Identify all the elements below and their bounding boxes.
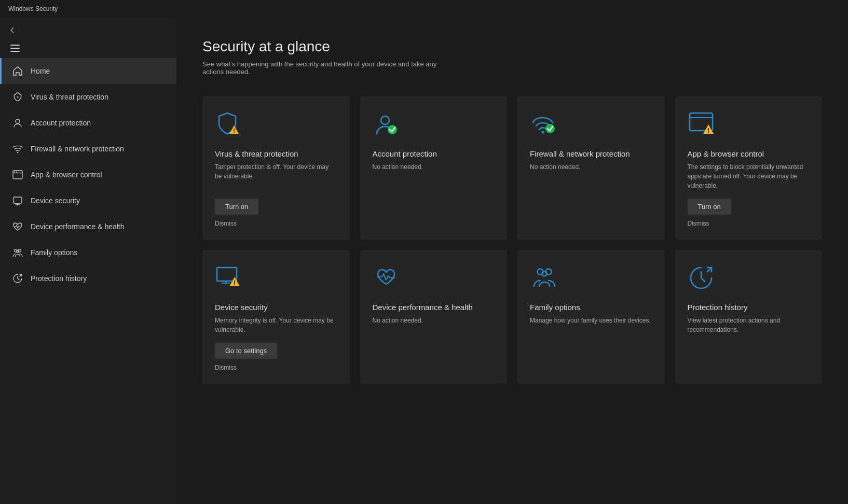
svg-point-8	[14, 172, 15, 173]
svg-point-18	[381, 116, 389, 124]
wifi-icon	[12, 143, 23, 155]
account-card: Account protection No action needed.	[360, 96, 508, 240]
svg-text:!: !	[234, 279, 236, 287]
history-card: Protection history View latest protectio…	[675, 250, 823, 384]
family-card-desc: Manage how your family uses their device…	[530, 316, 652, 371]
sidebar-item-family-label: Family options	[31, 248, 77, 257]
device-security-dismiss-link[interactable]: Dismiss	[215, 364, 337, 371]
menu-button[interactable]	[0, 40, 176, 58]
history-icon	[12, 273, 23, 284]
device-security-card-title: Device security	[215, 303, 337, 312]
virus-dismiss-link[interactable]: Dismiss	[215, 220, 337, 227]
family-icon	[12, 247, 23, 258]
svg-rect-1	[10, 48, 20, 49]
sidebar-item-device-security-label: Device security	[31, 197, 80, 205]
sidebar-item-device-security[interactable]: Device security	[0, 188, 176, 214]
account-card-icon	[373, 111, 402, 140]
page-subtitle: See what's happening with the security a…	[202, 60, 452, 76]
sidebar-item-history-label: Protection history	[31, 274, 87, 283]
family-card-title: Family options	[530, 303, 652, 312]
browser-card-icon: !	[688, 111, 717, 140]
sidebar-item-virus[interactable]: Virus & threat protection	[0, 84, 176, 110]
device-perf-card-icon	[373, 264, 402, 293]
cards-row-1: ! Virus & threat protection Tamper prote…	[202, 96, 822, 240]
device-perf-card: Device performance & health No action ne…	[360, 250, 508, 384]
browser-card: ! App & browser control The settings to …	[675, 96, 823, 240]
account-card-desc: No action needed.	[373, 162, 495, 227]
account-icon	[12, 117, 23, 129]
history-card-desc: View latest protection actions and recom…	[688, 316, 810, 371]
back-button[interactable]	[0, 22, 176, 40]
account-card-title: Account protection	[373, 149, 495, 158]
firewall-card-desc: No action needed.	[530, 162, 652, 227]
history-card-icon	[688, 264, 717, 293]
browser-turn-on-button[interactable]: Turn on	[688, 199, 731, 215]
svg-rect-0	[10, 45, 20, 46]
virus-card: ! Virus & threat protection Tamper prote…	[202, 96, 350, 240]
svg-point-4	[16, 119, 20, 123]
device-security-icon	[12, 195, 23, 206]
home-icon	[12, 65, 23, 77]
svg-point-3	[17, 96, 19, 98]
browser-card-title: App & browser control	[688, 149, 810, 158]
firewall-card: Firewall & network protection No action …	[517, 96, 665, 240]
sidebar-item-device-perf[interactable]: Device performance & health	[0, 214, 176, 240]
sidebar-item-history[interactable]: Protection history	[0, 265, 176, 291]
device-security-card-icon: !	[215, 264, 244, 293]
svg-point-21	[545, 124, 555, 133]
history-card-title: Protection history	[688, 303, 810, 312]
sidebar-item-home-label: Home	[31, 67, 50, 75]
svg-point-20	[542, 131, 544, 134]
sidebar-item-device-perf-label: Device performance & health	[31, 222, 125, 231]
sidebar-item-firewall[interactable]: Firewall & network protection	[0, 136, 176, 162]
sidebar: Home Virus & threat protection Account p…	[0, 18, 176, 504]
sidebar-item-family[interactable]: Family options	[0, 240, 176, 265]
browser-icon	[12, 169, 23, 180]
browser-card-desc: The settings to block potentially unwant…	[688, 162, 810, 190]
device-security-card-desc: Memory integrity is off. Your device may…	[215, 316, 337, 334]
sidebar-item-browser[interactable]: App & browser control	[0, 162, 176, 188]
svg-text:!: !	[233, 128, 235, 134]
virus-turn-on-button[interactable]: Turn on	[215, 199, 258, 215]
virus-card-icon: !	[215, 111, 244, 140]
family-card-icon	[530, 264, 559, 293]
virus-icon	[12, 91, 23, 103]
firewall-card-icon	[530, 111, 559, 140]
svg-point-19	[388, 125, 397, 134]
heart-icon	[12, 221, 23, 232]
svg-point-9	[16, 172, 17, 173]
family-card: Family options Manage how your family us…	[517, 250, 665, 384]
svg-rect-2	[10, 51, 20, 52]
virus-card-title: Virus & threat protection	[215, 149, 337, 158]
svg-rect-10	[13, 197, 22, 203]
svg-text:!: !	[707, 127, 709, 134]
virus-card-desc: Tamper protection is off. Your device ma…	[215, 162, 337, 190]
device-security-card: ! Device security Memory integrity is of…	[202, 250, 350, 384]
title-bar: Windows Security	[0, 0, 848, 18]
sidebar-item-browser-label: App & browser control	[31, 171, 102, 179]
browser-dismiss-link[interactable]: Dismiss	[688, 220, 810, 227]
page-title: Security at a glance	[202, 38, 822, 55]
sidebar-item-account-label: Account protection	[31, 119, 91, 127]
sidebar-item-home[interactable]: Home	[0, 58, 176, 84]
svg-point-5	[17, 152, 18, 153]
cards-row-2: ! Device security Memory integrity is of…	[202, 250, 822, 384]
device-perf-card-title: Device performance & health	[373, 303, 495, 312]
firewall-card-title: Firewall & network protection	[530, 149, 652, 158]
device-security-settings-button[interactable]: Go to settings	[215, 343, 277, 359]
app-title: Windows Security	[8, 5, 58, 12]
main-content: Security at a glance See what's happenin…	[176, 18, 848, 504]
device-perf-card-desc: No action needed.	[373, 316, 495, 371]
sidebar-item-account[interactable]: Account protection	[0, 110, 176, 136]
sidebar-item-virus-label: Virus & threat protection	[31, 93, 108, 101]
sidebar-item-firewall-label: Firewall & network protection	[31, 145, 124, 153]
